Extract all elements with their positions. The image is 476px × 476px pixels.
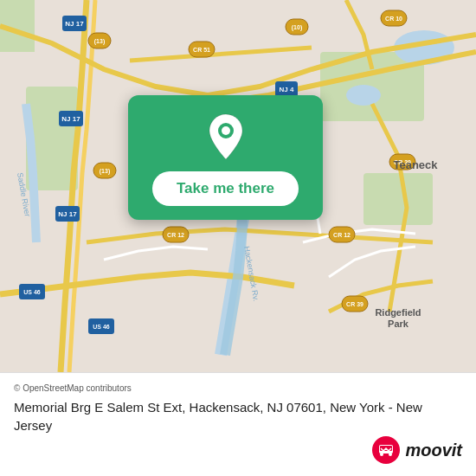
svg-point-43 bbox=[222, 126, 230, 135]
svg-text:(13): (13) bbox=[94, 38, 105, 45]
svg-text:NJ 17: NJ 17 bbox=[61, 115, 80, 123]
action-card: Take me there bbox=[128, 95, 323, 220]
info-panel: © OpenStreetMap contributors Memorial Br… bbox=[0, 372, 476, 476]
svg-text:CR 39: CR 39 bbox=[346, 301, 363, 307]
moovit-logo: moovit bbox=[372, 436, 462, 464]
svg-text:NJ 17: NJ 17 bbox=[58, 210, 77, 218]
svg-point-46 bbox=[380, 453, 383, 456]
svg-rect-2 bbox=[363, 173, 433, 225]
svg-point-47 bbox=[389, 453, 392, 456]
svg-text:US 46: US 46 bbox=[93, 324, 110, 330]
svg-text:CR 10: CR 10 bbox=[385, 16, 402, 22]
moovit-logo-icon bbox=[372, 436, 400, 464]
svg-text:(13): (13) bbox=[100, 168, 110, 175]
svg-text:(10): (10) bbox=[292, 24, 302, 31]
moovit-logo-text: moovit bbox=[405, 441, 462, 460]
svg-text:Park: Park bbox=[388, 318, 409, 329]
svg-text:NJ 4: NJ 4 bbox=[280, 86, 294, 93]
svg-text:CR 51: CR 51 bbox=[193, 47, 210, 53]
map-container: NJ 17 NJ 17 NJ 17 CR 51 NJ 4 CR 10 CR 39… bbox=[0, 0, 476, 372]
svg-text:Teaneck: Teaneck bbox=[393, 158, 438, 171]
take-me-there-button[interactable]: Take me there bbox=[152, 171, 299, 206]
svg-text:US 46: US 46 bbox=[23, 289, 41, 295]
map-attribution: © OpenStreetMap contributors bbox=[14, 383, 462, 393]
svg-text:CR 12: CR 12 bbox=[333, 232, 351, 238]
svg-point-6 bbox=[346, 85, 381, 106]
location-pin-icon bbox=[205, 113, 247, 161]
svg-text:NJ 17: NJ 17 bbox=[65, 20, 84, 28]
svg-text:CR 12: CR 12 bbox=[167, 232, 184, 238]
svg-text:Ridgefield: Ridgefield bbox=[375, 307, 421, 318]
